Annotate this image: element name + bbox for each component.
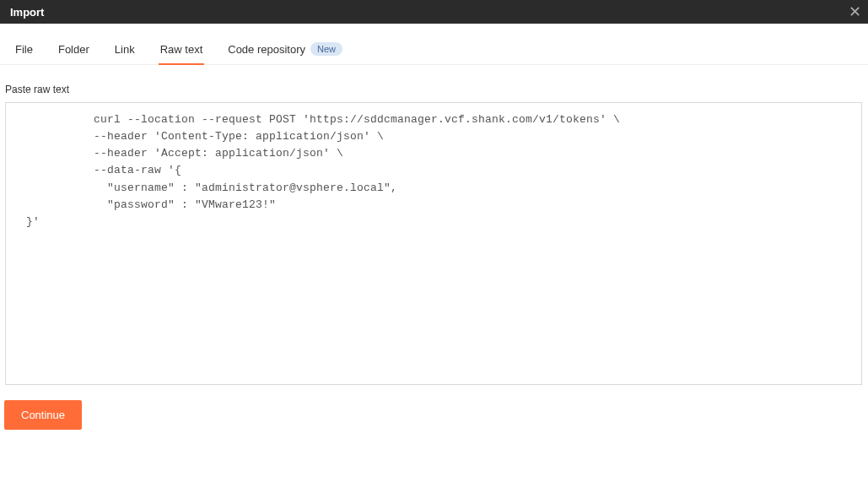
tab-label: Code repository <box>228 43 305 56</box>
window-title: Import <box>10 6 44 19</box>
tabs: File Folder Link Raw text Code repositor… <box>0 35 868 65</box>
tab-code-repository[interactable]: Code repository New <box>226 35 344 64</box>
titlebar: Import ✕ <box>0 0 868 24</box>
tab-raw-text[interactable]: Raw text <box>159 35 205 64</box>
tab-folder[interactable]: Folder <box>57 35 91 64</box>
tab-label: Link <box>115 43 135 56</box>
button-label: Continue <box>21 409 65 421</box>
section-label: Paste raw text <box>5 84 863 95</box>
close-icon[interactable]: ✕ <box>849 4 861 19</box>
new-badge: New <box>310 42 342 56</box>
content: Paste raw text Continue <box>0 65 868 438</box>
tab-label: Raw text <box>160 43 203 56</box>
continue-button[interactable]: Continue <box>4 400 82 430</box>
tab-label: Folder <box>58 43 89 56</box>
tab-label: File <box>15 43 33 56</box>
raw-text-input[interactable] <box>5 102 862 385</box>
tab-file[interactable]: File <box>13 35 35 64</box>
tab-link[interactable]: Link <box>113 35 137 64</box>
